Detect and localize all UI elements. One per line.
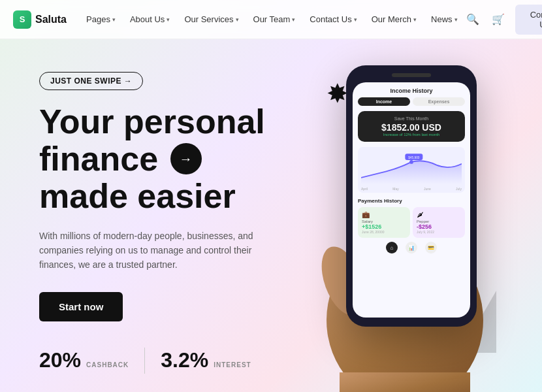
payment-card-pepper: 🌶 Pepper -$256 July 9, 2022 (413, 207, 465, 238)
save-this-month-card: Save This Month $1852.00 USD Increase of… (358, 111, 465, 142)
chevron-down-icon: ▾ (413, 16, 417, 23)
chevron-down-icon: ▾ (167, 16, 170, 23)
stats-section: 20% CASHBACK 3.2% INTEREST (39, 348, 300, 374)
phone-nav-card[interactable]: 💳 (425, 242, 437, 253)
nav-team[interactable]: Our Team ▾ (247, 10, 302, 28)
save-month-label: Save This Month (363, 116, 460, 121)
stat-cashback-number: 20% (39, 348, 81, 372)
arrow-right-icon[interactable]: → (170, 143, 202, 174)
nav-merch[interactable]: Our Merch ▾ (365, 10, 423, 28)
hero-title: Your personal finance → made easier (39, 103, 300, 216)
nav-pages[interactable]: Pages ▾ (80, 10, 122, 28)
stat-divider (144, 348, 145, 374)
cart-icon[interactable]: 🛒 (490, 9, 507, 30)
hero-title-line3: made easier (39, 177, 236, 215)
svg-point-0 (409, 160, 413, 164)
start-now-button[interactable]: Start now (39, 292, 123, 321)
phone-nav-chart[interactable]: 📊 (406, 242, 417, 253)
tab-expenses[interactable]: Expenses (413, 97, 465, 106)
chevron-down-icon: ▾ (454, 16, 458, 23)
logo-icon: S (13, 10, 31, 29)
hero-visual: ✸ Income History Income Expenses Save Th… (300, 65, 503, 392)
nav-about[interactable]: About Us ▾ (123, 10, 176, 28)
chevron-down-icon: ▾ (112, 16, 116, 23)
phone-nav-home[interactable]: ⌂ (386, 242, 398, 253)
chart-labels: April May June July (361, 187, 462, 191)
nav-actions: 🔍 🛒 Contact Us (464, 5, 542, 35)
payments-title: Payments History (358, 198, 465, 204)
chevron-down-icon: ▾ (236, 16, 239, 23)
hero-title-line2: finance (39, 140, 158, 178)
income-chart: $45,900 (361, 150, 462, 186)
phone-tabs: Income Expenses (358, 97, 465, 106)
svg-text:$45,900: $45,900 (408, 156, 420, 159)
tab-income[interactable]: Income (358, 97, 410, 106)
save-month-increase: Increase of 12% from last month (363, 133, 460, 137)
payments-section: Payments History 💼 Salary +$1526 June 28… (358, 198, 465, 238)
salary-icon: 💼 (362, 211, 406, 218)
nav-news[interactable]: News ▾ (424, 10, 464, 28)
hero-section: JUST ONE SWIPE → Your personal finance →… (0, 39, 542, 392)
chevron-down-icon: ▾ (292, 16, 295, 23)
stat-interest: 3.2% INTEREST (161, 348, 251, 372)
pepper-icon: 🌶 (417, 211, 461, 218)
phone-mockup: Income History Income Expenses Save This… (346, 65, 490, 353)
navbar: S Saluta Pages ▾ About Us ▾ Our Services… (0, 0, 542, 39)
svg-rect-10 (340, 372, 470, 392)
search-icon[interactable]: 🔍 (464, 9, 482, 30)
nav-services[interactable]: Our Services ▾ (178, 10, 245, 28)
swipe-badge[interactable]: JUST ONE SWIPE → (39, 72, 143, 90)
stat-interest-label: INTEREST (214, 361, 251, 368)
chevron-down-icon: ▾ (354, 16, 357, 23)
income-history-title: Income History (358, 88, 465, 94)
pepper-date: July 9, 2022 (417, 230, 461, 234)
logo[interactable]: S Saluta (13, 10, 67, 29)
hero-description: With millions of modern-day people, busi… (39, 229, 255, 272)
payment-card-salary: 💼 Salary +$1526 June 28, 20000 (358, 207, 410, 238)
salary-amount: +$1526 (362, 223, 406, 230)
phone-nav-bar: ⌂ 📊 💳 (358, 242, 465, 253)
nav-cta-button[interactable]: Contact Us (515, 5, 542, 35)
hero-title-line1: Your personal (39, 103, 265, 140)
pepper-amount: -$256 (417, 223, 461, 230)
save-month-amount: $1852.00 USD (363, 122, 460, 133)
payment-cards: 💼 Salary +$1526 June 28, 20000 🌶 Pepper … (358, 207, 465, 238)
stat-cashback: 20% CASHBACK (39, 348, 129, 372)
brand-name: Saluta (35, 14, 67, 25)
nav-items: Pages ▾ About Us ▾ Our Services ▾ Our Te… (80, 10, 464, 28)
phone-screen: Income History Income Expenses Save This… (353, 82, 470, 318)
nav-contact[interactable]: Contact Us ▾ (303, 10, 363, 28)
chart-area: $45,900 April May June July (358, 147, 465, 193)
hero-content: JUST ONE SWIPE → Your personal finance →… (39, 65, 300, 374)
phone-notch (392, 73, 431, 77)
stat-cashback-label: CASHBACK (86, 361, 129, 368)
salary-date: June 28, 20000 (362, 230, 406, 234)
stat-interest-number: 3.2% (161, 348, 208, 372)
phone-frame: Income History Income Expenses Save This… (346, 65, 477, 327)
